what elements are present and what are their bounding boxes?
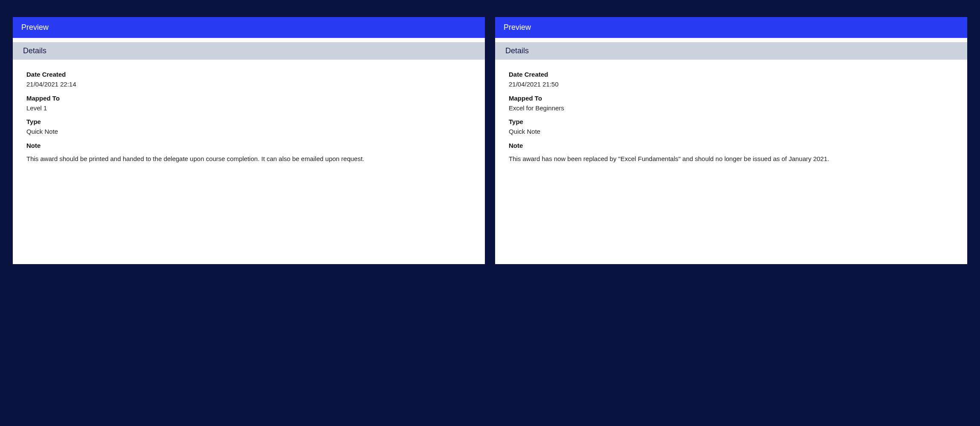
details-section-body: Date Created 21/04/2021 21:50 Mapped To …: [495, 60, 967, 176]
type-label: Type: [26, 118, 471, 125]
preview-card: Preview Details Date Created 21/04/2021 …: [13, 17, 485, 264]
mapped-to-label: Mapped To: [26, 95, 471, 102]
details-section-header: Details: [495, 42, 967, 60]
details-section-header: Details: [13, 42, 485, 60]
card-header: Preview: [495, 17, 967, 38]
type-value: Quick Note: [509, 127, 954, 137]
field-mapped-to: Mapped To Excel for Beginners: [509, 95, 954, 113]
card-header: Preview: [13, 17, 485, 38]
mapped-to-value: Excel for Beginners: [509, 104, 954, 113]
mapped-to-label: Mapped To: [509, 95, 954, 102]
date-created-label: Date Created: [509, 71, 954, 78]
date-created-value: 21/04/2021 22:14: [26, 80, 471, 89]
date-created-label: Date Created: [26, 71, 471, 78]
note-label: Note: [509, 142, 954, 149]
note-value: This award should be printed and handed …: [26, 154, 471, 164]
preview-card: Preview Details Date Created 21/04/2021 …: [495, 17, 967, 264]
field-date-created: Date Created 21/04/2021 21:50: [509, 71, 954, 89]
type-value: Quick Note: [26, 127, 471, 137]
field-mapped-to: Mapped To Level 1: [26, 95, 471, 113]
mapped-to-value: Level 1: [26, 104, 471, 113]
type-label: Type: [509, 118, 954, 125]
field-note: Note: [26, 142, 471, 149]
note-label: Note: [26, 142, 471, 149]
field-note: Note: [509, 142, 954, 149]
note-value: This award has now been replaced by "Exc…: [509, 154, 954, 164]
field-type: Type Quick Note: [509, 118, 954, 137]
date-created-value: 21/04/2021 21:50: [509, 80, 954, 89]
details-section-body: Date Created 21/04/2021 22:14 Mapped To …: [13, 60, 485, 176]
field-type: Type Quick Note: [26, 118, 471, 137]
field-date-created: Date Created 21/04/2021 22:14: [26, 71, 471, 89]
